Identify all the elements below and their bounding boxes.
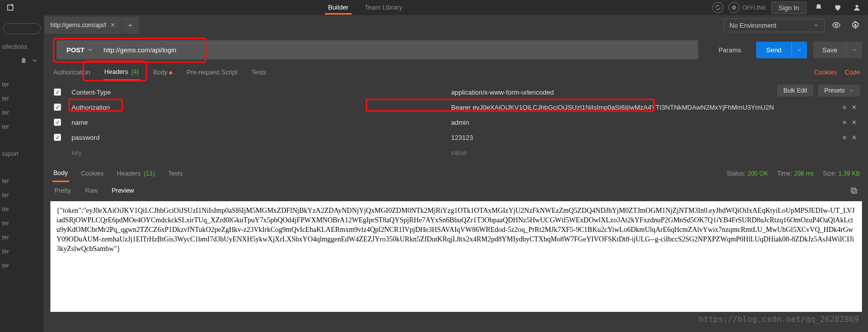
settings-icon[interactable] xyxy=(848,18,863,33)
sidebar-item[interactable]: ter xyxy=(2,259,42,273)
request-subtabs: Authorization Headers (4) Body Pre-reque… xyxy=(44,63,868,81)
notifications-icon[interactable] xyxy=(812,1,826,15)
sidebar-item[interactable]: ter xyxy=(2,174,42,188)
send-label: Send xyxy=(756,42,791,58)
sidebar-item[interactable]: ter xyxy=(2,120,42,134)
header-checkbox[interactable]: ✓ xyxy=(54,134,61,141)
header-value-placeholder[interactable]: value xyxy=(447,149,824,156)
tab-team-library[interactable]: Team Library xyxy=(362,1,406,15)
sidebar-item-ssport[interactable]: ssport xyxy=(2,147,42,161)
sidebar-item[interactable]: ter xyxy=(2,188,42,202)
save-button[interactable]: Save xyxy=(813,42,862,58)
copy-icon[interactable] xyxy=(850,187,860,195)
request-tab[interactable]: http://gems.com/api/l ✕ xyxy=(44,17,122,34)
subtab-authorization[interactable]: Authorization xyxy=(52,65,91,80)
subtab-headers-label: Headers xyxy=(104,68,128,75)
subtab-headers[interactable]: Headers (4) xyxy=(103,64,140,81)
delete-icon[interactable]: ✕ xyxy=(851,104,857,111)
svg-rect-5 xyxy=(851,188,855,192)
user-icon[interactable] xyxy=(850,1,864,15)
status-meta: Status:200 OK xyxy=(727,170,768,177)
url-input[interactable] xyxy=(103,46,692,54)
trash-icon[interactable] xyxy=(20,56,28,64)
resp-tab-tests[interactable]: Tests xyxy=(167,166,184,181)
size-meta: Size:1.39 KB xyxy=(823,170,860,177)
svg-point-2 xyxy=(835,24,838,27)
environment-select[interactable]: No Environment xyxy=(724,19,825,32)
resp-tab-cookies[interactable]: Cookies xyxy=(80,166,105,181)
presets-label: Presets xyxy=(824,87,845,94)
body-indicator-icon xyxy=(169,71,172,74)
reorder-icon[interactable]: ≡ xyxy=(842,119,846,126)
header-value[interactable]: admin xyxy=(447,119,824,126)
new-icon[interactable] xyxy=(4,1,18,15)
add-tab-button[interactable]: ＋ xyxy=(122,17,139,34)
subtab-headers-count: (4) xyxy=(131,68,139,75)
heart-icon[interactable] xyxy=(831,1,845,15)
request-tab-title: http://gems.com/api/l xyxy=(50,22,106,29)
view-preview[interactable]: Preview xyxy=(110,184,136,197)
app-topbar: Builder Team Library OFFLINE Sign In xyxy=(0,0,868,15)
svg-point-3 xyxy=(854,24,857,27)
chevron-down-icon xyxy=(813,22,819,28)
http-method-select[interactable]: POST xyxy=(62,46,97,54)
delete-icon[interactable]: ✕ xyxy=(851,119,857,126)
sidebar-item[interactable]: ter xyxy=(2,106,42,120)
header-checkbox[interactable]: ✓ xyxy=(54,119,61,126)
delete-icon[interactable]: ✕ xyxy=(851,134,857,141)
header-key[interactable]: name xyxy=(68,119,444,126)
resp-tab-headers[interactable]: Headers (11) xyxy=(116,166,156,181)
environment-label: No Environment xyxy=(729,22,776,29)
sidebar-item[interactable]: ter xyxy=(2,230,42,244)
presets-button[interactable]: Presets xyxy=(818,85,860,97)
send-dropdown[interactable] xyxy=(791,43,807,57)
save-label: Save xyxy=(813,42,846,58)
chevron-down-icon[interactable] xyxy=(31,56,39,64)
svg-point-1 xyxy=(855,5,858,8)
connection-status: OFFLINE xyxy=(728,2,766,13)
header-value[interactable]: application/x-www-form-urlencoded xyxy=(447,89,824,96)
header-key[interactable]: password xyxy=(68,134,444,141)
params-button[interactable]: Params xyxy=(709,42,750,58)
chevron-down-icon xyxy=(849,88,854,93)
cookies-link[interactable]: Cookies xyxy=(814,69,837,76)
workspace: http://gems.com/api/l ✕ ＋ No Environment xyxy=(44,15,868,332)
resp-tab-body[interactable]: Body xyxy=(52,165,69,182)
http-method-label: POST xyxy=(66,46,84,54)
header-checkbox[interactable]: ✓ xyxy=(54,89,61,96)
sidebar-item[interactable]: ter xyxy=(2,202,42,216)
header-value[interactable]: Bearer eyJ0eXAiOiJKV1QiLCJhbGciOiJSUzI1N… xyxy=(447,104,824,111)
header-checkbox[interactable]: ✓ xyxy=(54,104,61,111)
response-viewmode: Pretty Raw Preview xyxy=(44,182,868,199)
sidebar-item[interactable]: ter xyxy=(2,216,42,230)
offline-label: OFFLINE xyxy=(743,5,766,11)
header-key-placeholder[interactable]: key xyxy=(68,149,444,156)
subtab-body[interactable]: Body xyxy=(152,65,174,80)
send-button[interactable]: Send xyxy=(756,42,807,58)
sidebar-collections-label: ollections xyxy=(2,41,42,56)
sidebar-item[interactable]: ter xyxy=(2,92,42,106)
tab-builder[interactable]: Builder xyxy=(325,1,351,15)
code-link[interactable]: Code xyxy=(845,69,860,76)
sidebar-item[interactable]: ter xyxy=(2,77,42,92)
subtab-prerequest[interactable]: Pre-request Script xyxy=(185,65,238,80)
save-dropdown[interactable] xyxy=(846,43,862,57)
view-pretty[interactable]: Pretty xyxy=(52,184,73,197)
sync-icon[interactable] xyxy=(712,2,723,13)
sidebar: ollections ter ter ter ter ssport ter te… xyxy=(0,15,44,332)
bulk-edit-button[interactable]: Bulk Edit xyxy=(777,85,813,97)
signin-button[interactable]: Sign In xyxy=(771,2,807,14)
view-raw[interactable]: Raw xyxy=(83,184,100,197)
close-icon[interactable]: ✕ xyxy=(110,22,115,29)
sidebar-item[interactable]: ter xyxy=(2,244,42,259)
env-quicklook-icon[interactable] xyxy=(829,18,844,33)
header-key[interactable]: Authorization xyxy=(68,104,444,111)
reorder-icon[interactable]: ≡ xyxy=(842,104,846,111)
subtab-tests[interactable]: Tests xyxy=(250,65,267,80)
reorder-icon[interactable]: ≡ xyxy=(842,134,846,141)
response-body[interactable]: {"token":"eyJ0eXAiOiJKV1QiLCJhbGciOiJSUz… xyxy=(50,201,862,312)
time-meta: Time:298 ms xyxy=(777,170,814,177)
header-value[interactable]: 123123 xyxy=(447,134,824,141)
sidebar-filter[interactable] xyxy=(3,23,41,34)
header-key[interactable]: Content-Type xyxy=(68,89,444,96)
